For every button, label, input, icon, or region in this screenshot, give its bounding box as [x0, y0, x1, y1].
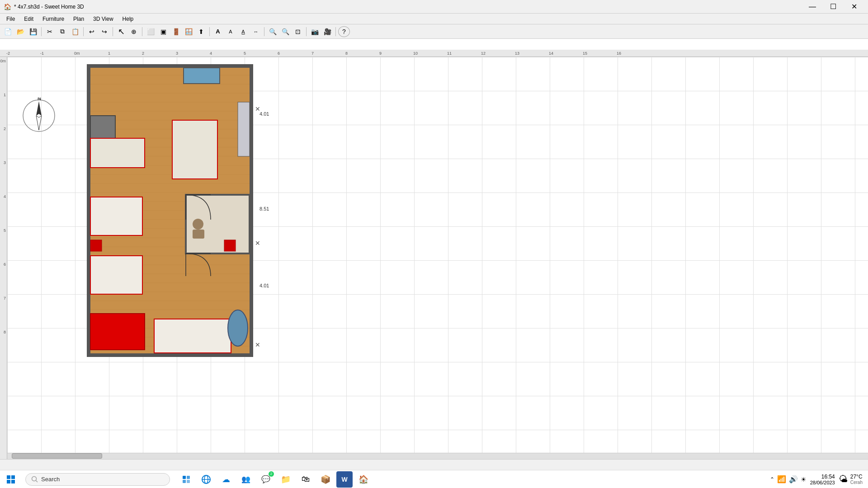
tb-photo[interactable]: 📷 [309, 26, 321, 37]
taskbar-word[interactable]: W [336, 471, 353, 488]
tb-help[interactable]: ? [338, 26, 350, 37]
clock-date: 28/06/2023 [810, 480, 835, 485]
brightness-icon[interactable]: ☀ [801, 476, 807, 483]
svg-rect-68 [187, 480, 190, 483]
canvas-area[interactable]: N [7, 57, 868, 470]
svg-rect-36 [184, 68, 220, 84]
tb-window[interactable]: 🪟 [183, 26, 194, 37]
taskbar-icons: ☁ 👥 💬 2 📁 🛍 📦 W 🏠 [177, 470, 373, 488]
crosshair-mid: ✕ [255, 240, 260, 246]
tb-room-draw[interactable]: ▣ [157, 26, 169, 37]
statusbar [0, 459, 868, 470]
wifi-icon[interactable]: 📶 [777, 475, 786, 483]
tb-video[interactable]: 🎥 [321, 26, 333, 37]
svg-rect-58 [193, 230, 204, 239]
svg-marker-1 [36, 101, 42, 116]
svg-rect-49 [90, 256, 142, 294]
menu-file[interactable]: File [2, 14, 19, 24]
taskbar-teams[interactable]: 👥 [237, 470, 255, 488]
maximize-button[interactable]: ☐ [823, 0, 844, 14]
menu-help[interactable]: Help [118, 14, 138, 24]
tb-dim[interactable]: ↔ [250, 26, 262, 37]
title-text: * 4x7.sh3d - Sweet Home 3D [14, 4, 802, 10]
dim-label-mid: 8.51 [259, 206, 269, 211]
tb-label-a2[interactable]: A [225, 26, 236, 37]
taskbar-search[interactable]: Search [25, 473, 170, 486]
horizontal-scrollbar[interactable] [7, 453, 868, 459]
taskbar-explorer[interactable]: 📁 [277, 470, 295, 488]
svg-rect-51 [224, 240, 236, 251]
minimize-button[interactable]: — [802, 0, 823, 14]
start-button[interactable] [0, 470, 22, 488]
taskbar-whatsapp[interactable]: 💬 2 [257, 470, 275, 488]
svg-rect-65 [183, 476, 186, 479]
tb-label-a[interactable]: A [212, 26, 224, 37]
weather-temp: 27°C [850, 474, 863, 480]
app-icon: 🏠 [4, 3, 11, 10]
toolbar: 📄 📂 💾 ✂ ⧉ 📋 ↩ ↪ ↖ ⊕ ⬜ ▣ 🚪 🪟 ⬆ A A A ↔ 🔍 … [0, 24, 868, 39]
svg-rect-50 [90, 240, 102, 251]
svg-line-64 [36, 480, 38, 482]
taskbar-dropbox[interactable]: 📦 [316, 470, 335, 488]
tb-redo[interactable]: ↪ [99, 26, 110, 37]
crosshair-bot: ✕ [255, 342, 260, 348]
sound-icon[interactable]: 🔊 [789, 475, 798, 483]
tb-select[interactable]: ↖ [115, 26, 127, 37]
weather-area[interactable]: 🌤 27°C Cerah [839, 474, 863, 485]
svg-marker-2 [36, 116, 42, 130]
ruler-top: -2 -1 0m 1 2 3 4 5 6 7 8 9 10 11 12 13 1… [0, 50, 868, 57]
taskbar-right: ⌃ 📶 🔊 ☀ 16:54 28/06/2023 🌤 27°C Cerah [764, 474, 868, 485]
tb-paste[interactable]: 📋 [69, 26, 81, 37]
tb-save[interactable]: 💾 [27, 26, 39, 37]
tb-copy[interactable]: ⧉ [57, 26, 68, 37]
svg-point-54 [228, 310, 248, 346]
tb-open[interactable]: 📂 [14, 26, 26, 37]
menu-3dview[interactable]: 3D View [89, 14, 118, 24]
tb-zoom-in[interactable]: 🔍 [279, 26, 291, 37]
taskbar-onedrive[interactable]: ☁ [217, 470, 235, 488]
menu-edit[interactable]: Edit [19, 14, 38, 24]
taskbar-clock[interactable]: 16:54 28/06/2023 [810, 474, 835, 485]
chevron-up-icon[interactable]: ⌃ [770, 476, 774, 483]
tb-select2[interactable]: ⊕ [128, 26, 140, 37]
menubar: File Edit Furniture Plan 3D View Help [0, 14, 868, 24]
tb-new[interactable]: 📄 [2, 26, 14, 37]
taskbar-sweethome[interactable]: 🏠 [354, 470, 373, 488]
taskbar-widgets[interactable] [177, 470, 195, 488]
svg-rect-52 [90, 314, 145, 350]
tb-zoom-out[interactable]: 🔍 [267, 26, 278, 37]
close-button[interactable]: ✕ [844, 0, 864, 14]
svg-point-63 [32, 476, 37, 481]
svg-rect-62 [11, 480, 15, 483]
menu-plan[interactable]: Plan [69, 14, 89, 24]
svg-rect-37 [90, 116, 115, 141]
north-indicator: N [21, 98, 57, 134]
tb-cut[interactable]: ✂ [44, 26, 56, 37]
svg-text:N: N [38, 98, 41, 101]
tb-undo[interactable]: ↩ [86, 26, 98, 37]
tb-stair[interactable]: ⬆ [195, 26, 207, 37]
weather-icon: 🌤 [839, 474, 848, 484]
tb-label-b[interactable]: A [237, 26, 249, 37]
tb-fit[interactable]: ⊡ [292, 26, 304, 37]
floorplan-svg[interactable] [84, 61, 258, 360]
tb-door[interactable]: 🚪 [170, 26, 182, 37]
svg-point-57 [193, 219, 203, 230]
tb-wall-draw[interactable]: ⬜ [145, 26, 156, 37]
svg-rect-40 [238, 102, 250, 156]
clock-time: 16:54 [810, 474, 835, 480]
svg-rect-60 [11, 475, 15, 479]
window-controls: — ☐ ✕ [802, 0, 864, 14]
menu-furniture[interactable]: Furniture [38, 14, 69, 24]
dim-label-top: 4.01 [259, 111, 269, 117]
dim-label-bot: 4.01 [259, 283, 269, 288]
svg-rect-38 [90, 138, 145, 168]
taskbar-browser[interactable] [197, 470, 215, 488]
svg-rect-67 [183, 480, 186, 483]
titlebar: 🏠 * 4x7.sh3d - Sweet Home 3D — ☐ ✕ [0, 0, 868, 14]
taskbar-store[interactable]: 🛍 [297, 470, 315, 488]
crosshair-top: ✕ [255, 106, 260, 112]
svg-rect-59 [7, 475, 10, 479]
svg-rect-39 [172, 120, 217, 179]
search-text: Search [41, 476, 60, 483]
